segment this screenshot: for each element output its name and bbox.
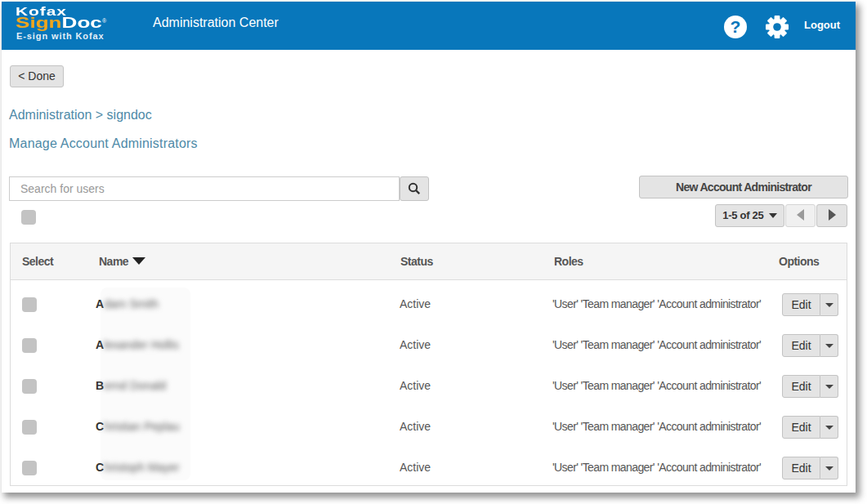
svg-text:?: ? [731, 17, 741, 36]
